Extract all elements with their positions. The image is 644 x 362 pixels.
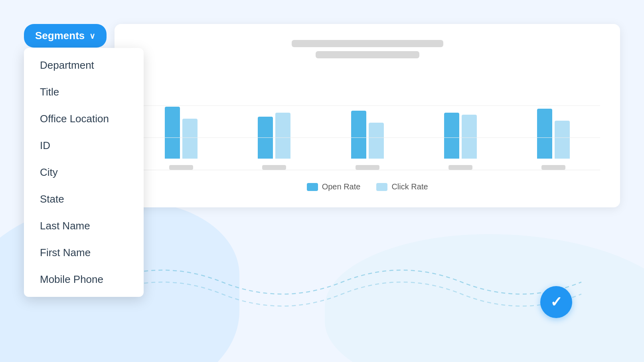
bar-light-3: [462, 115, 477, 159]
segments-dropdown-wrapper: Segments ∨ Department Title Office Locat…: [24, 24, 107, 207]
bar-label-skeleton-1: [262, 165, 286, 170]
bar-light-1: [275, 113, 290, 159]
segments-dropdown-menu: Department Title Office Location ID City…: [24, 48, 144, 297]
chart-legend: Open Rate Click Rate: [134, 182, 600, 195]
bars-row-4: [537, 109, 570, 159]
bars-row-2: [351, 111, 384, 159]
check-circle: ✓: [540, 286, 572, 318]
chart-title-skeleton: [134, 40, 600, 62]
legend-color-click-rate: [376, 183, 387, 191]
bar-dark-4: [537, 109, 552, 159]
grid-line-2: [134, 105, 600, 106]
legend-open-rate: Open Rate: [307, 182, 361, 191]
chevron-down-icon: ∨: [89, 31, 95, 41]
legend-label-open-rate: Open Rate: [322, 182, 361, 191]
dropdown-item-first-name[interactable]: First Name: [24, 239, 144, 266]
dropdown-item-state[interactable]: State: [24, 186, 144, 213]
bar-label-skeleton-2: [356, 165, 379, 170]
chart-panel: Open Rate Click Rate: [115, 24, 620, 207]
legend-click-rate: Click Rate: [376, 182, 428, 191]
bars-row-1: [258, 113, 290, 159]
bar-label-skeleton-4: [541, 165, 565, 170]
legend-color-open-rate: [307, 183, 318, 191]
dropdown-item-office-location[interactable]: Office Location: [24, 105, 144, 132]
bar-label-skeleton-3: [448, 165, 472, 170]
bar-group-4: [537, 109, 570, 170]
content-area: Segments ∨ Department Title Office Locat…: [24, 24, 620, 207]
bar-dark-2: [351, 111, 366, 159]
grid-line-1: [134, 137, 600, 138]
dropdown-item-city[interactable]: City: [24, 159, 144, 186]
bar-dark-3: [444, 113, 459, 159]
skeleton-bar-long: [292, 40, 443, 47]
bars-row-3: [444, 113, 477, 159]
bar-dark-0: [165, 107, 180, 159]
legend-label-click-rate: Click Rate: [391, 182, 428, 191]
dropdown-item-last-name[interactable]: Last Name: [24, 213, 144, 239]
segments-button[interactable]: Segments ∨: [24, 24, 107, 48]
bar-light-4: [555, 121, 570, 159]
bars-row-0: [165, 107, 198, 159]
bar-light-2: [369, 123, 384, 159]
bar-label-skeleton-0: [169, 165, 193, 170]
bar-group-2: [351, 111, 384, 170]
dropdown-item-id[interactable]: ID: [24, 132, 144, 159]
skeleton-bar-medium: [316, 51, 419, 58]
dropdown-item-mobile-phone[interactable]: Mobile Phone: [24, 266, 144, 293]
dropdown-item-title[interactable]: Title: [24, 79, 144, 105]
check-icon: ✓: [550, 294, 562, 310]
wave-decoration: [80, 250, 604, 322]
bar-group-1: [258, 113, 290, 170]
bar-chart: [134, 74, 600, 170]
dropdown-item-department[interactable]: Department: [24, 52, 144, 79]
bar-light-0: [182, 119, 198, 159]
bar-group-3: [444, 113, 477, 170]
segments-button-label: Segments: [35, 30, 85, 42]
bar-group-0: [165, 107, 198, 170]
